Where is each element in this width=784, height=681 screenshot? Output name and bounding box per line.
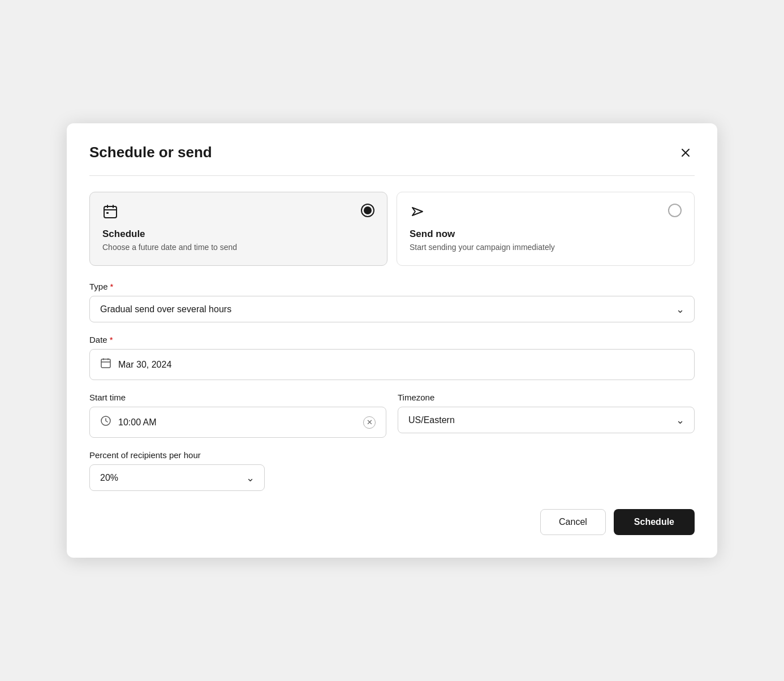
send-now-radio[interactable] [668,204,682,217]
start-time-label: Start time [89,393,386,402]
send-icon [410,204,425,222]
timezone-select[interactable]: US/Eastern US/Central US/Pacific UTC [398,407,695,433]
time-field-left: 10:00 AM [100,415,157,429]
dialog-title: Schedule or send [89,144,212,161]
timezone-label: Timezone [398,393,695,402]
percent-field-section: Percent of recipients per hour 20% 25% 5… [89,450,695,491]
start-time-section: Start time 10:00 AM ✕ [89,393,386,438]
header-divider [89,175,695,176]
schedule-or-send-dialog: Schedule or send Sched [67,123,717,558]
date-value: Mar 30, 2024 [118,360,171,370]
schedule-option-card[interactable]: Schedule Choose a future date and time t… [89,192,387,266]
timezone-section: Timezone US/Eastern US/Central US/Pacifi… [398,393,695,438]
percent-label: Percent of recipients per hour [89,450,695,460]
schedule-radio[interactable] [361,204,374,217]
start-time-input[interactable]: 10:00 AM ✕ [89,407,386,438]
send-now-option-card[interactable]: Send now Start sending your campaign imm… [397,192,695,266]
calendar-icon [102,204,118,222]
type-select-wrapper: Gradual send over several hours All at o… [89,296,695,322]
schedule-button[interactable]: Schedule [614,509,695,535]
send-now-card-top [410,204,682,222]
time-timezone-row: Start time 10:00 AM ✕ Timezone [89,393,695,450]
date-field-section: Date * Mar 30, 2024 [89,335,695,380]
dialog-header: Schedule or send [89,144,695,162]
timezone-select-wrapper: US/Eastern US/Central US/Pacific UTC ⌄ [398,407,695,433]
percent-select[interactable]: 20% 25% 50% 100% [89,464,265,491]
percent-select-wrapper: 20% 25% 50% 100% ⌄ [89,464,265,491]
close-button[interactable] [677,144,695,162]
date-calendar-icon [100,357,111,372]
svg-rect-2 [101,359,110,368]
schedule-card-top [102,204,374,222]
send-now-option-label: Send now [410,229,682,240]
schedule-option-desc: Choose a future date and time to send [102,242,374,253]
type-select[interactable]: Gradual send over several hours All at o… [89,296,695,322]
close-icon [679,146,692,160]
type-field-section: Type * Gradual send over several hours A… [89,282,695,322]
svg-rect-0 [104,206,117,218]
date-input[interactable]: Mar 30, 2024 [89,349,695,380]
svg-rect-1 [106,212,109,214]
type-label: Type * [89,282,695,291]
type-required-star: * [110,282,114,291]
clear-time-button[interactable]: ✕ [363,416,376,429]
schedule-option-label: Schedule [102,229,374,240]
date-required-star: * [110,335,113,344]
time-value: 10:00 AM [118,417,157,428]
date-label: Date * [89,335,695,344]
option-cards-row: Schedule Choose a future date and time t… [89,192,695,266]
cancel-button[interactable]: Cancel [540,509,606,535]
clock-icon [100,415,111,429]
send-now-option-desc: Start sending your campaign immediately [410,242,682,253]
dialog-footer: Cancel Schedule [89,509,695,535]
